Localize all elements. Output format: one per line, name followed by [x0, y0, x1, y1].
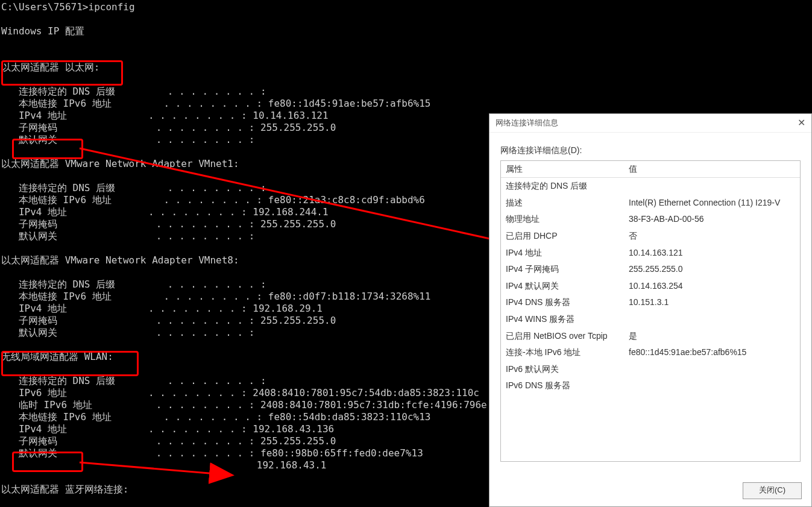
property-row[interactable]: 连接特定的 DNS 后缀 [501, 178, 800, 195]
property-key: 物理地址 [501, 211, 624, 228]
property-key: IPv4 子网掩码 [501, 261, 624, 278]
property-key: IPv6 默认网关 [501, 361, 624, 378]
property-value: 否 [624, 228, 800, 245]
property-key: 描述 [501, 195, 624, 212]
close-icon[interactable]: ✕ [798, 116, 805, 130]
property-list[interactable]: 属性 值 连接特定的 DNS 后缀描述Intel(R) Ethernet Con… [500, 160, 801, 462]
network-details-dialog: 网络连接详细信息 ✕ 网络连接详细信息(D): 属性 值 连接特定的 DNS 后… [489, 113, 812, 507]
dialog-label: 网络连接详细信息(D): [500, 145, 801, 157]
property-key: 已启用 NetBIOS over Tcpip [501, 328, 624, 345]
property-value: fe80::1d45:91ae:be57:afb6%15 [624, 344, 800, 361]
property-header-row: 属性 值 [501, 161, 800, 178]
property-row[interactable]: IPv4 DNS 服务器10.151.3.1 [501, 294, 800, 311]
property-value: 10.14.163.254 [624, 278, 800, 295]
property-value [624, 178, 800, 195]
property-row[interactable]: 已启用 NetBIOS over Tcpip是 [501, 328, 800, 345]
property-row[interactable]: 连接-本地 IPv6 地址fe80::1d45:91ae:be57:afb6%1… [501, 344, 800, 361]
property-row[interactable]: IPv4 子网掩码255.255.255.0 [501, 261, 800, 278]
header-property: 属性 [501, 161, 624, 178]
property-row[interactable]: 描述Intel(R) Ethernet Connection (11) I219… [501, 195, 800, 212]
dialog-title: 网络连接详细信息 [496, 118, 798, 128]
property-row[interactable]: 物理地址38-F3-AB-AD-00-56 [501, 211, 800, 228]
property-row[interactable]: IPv4 WINS 服务器 [501, 311, 800, 328]
dialog-titlebar[interactable]: 网络连接详细信息 ✕ [489, 114, 811, 133]
close-button[interactable]: 关闭(C) [743, 482, 802, 499]
property-key: 已启用 DHCP [501, 228, 624, 245]
property-value: 38-F3-AB-AD-00-56 [624, 211, 800, 228]
property-value [624, 361, 800, 378]
property-row[interactable]: IPv6 DNS 服务器 [501, 377, 800, 394]
property-value [624, 377, 800, 394]
property-value: 是 [624, 328, 800, 345]
property-key: IPv4 WINS 服务器 [501, 311, 624, 328]
property-key: 连接特定的 DNS 后缀 [501, 178, 624, 195]
property-row[interactable]: IPv4 默认网关10.14.163.254 [501, 278, 800, 295]
property-key: IPv4 DNS 服务器 [501, 294, 624, 311]
property-value [624, 311, 800, 328]
property-row[interactable]: IPv4 地址10.14.163.121 [501, 245, 800, 262]
property-value: 255.255.255.0 [624, 261, 800, 278]
header-value: 值 [624, 161, 800, 178]
property-key: IPv4 默认网关 [501, 278, 624, 295]
property-key: IPv6 DNS 服务器 [501, 377, 624, 394]
property-key: 连接-本地 IPv6 地址 [501, 344, 624, 361]
property-key: IPv4 地址 [501, 245, 624, 262]
property-value: 10.14.163.121 [624, 245, 800, 262]
property-row[interactable]: 已启用 DHCP否 [501, 228, 800, 245]
property-row[interactable]: IPv6 默认网关 [501, 361, 800, 378]
property-value: Intel(R) Ethernet Connection (11) I219-V [624, 195, 800, 212]
property-value: 10.151.3.1 [624, 294, 800, 311]
